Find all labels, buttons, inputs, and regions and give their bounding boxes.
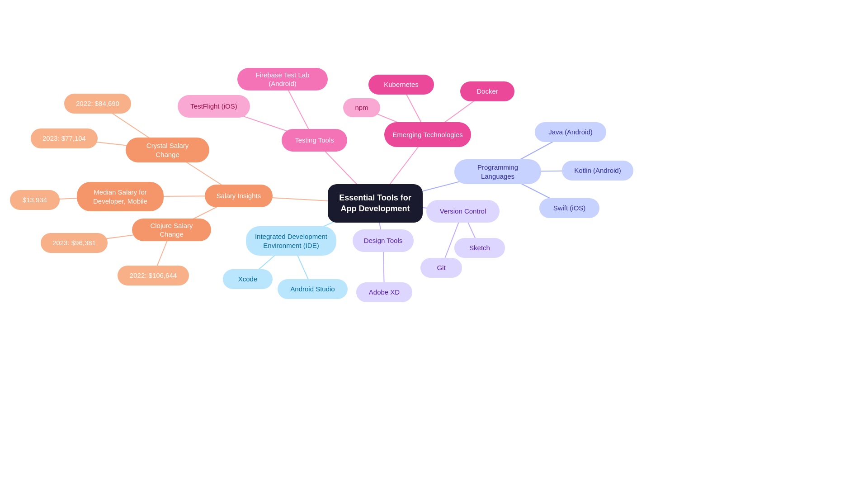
git-label: Git — [437, 263, 445, 272]
npm-node[interactable]: npm — [343, 98, 380, 117]
firebase-node[interactable]: Firebase Test Lab (Android) — [237, 68, 328, 90]
docker-node[interactable]: Docker — [460, 81, 514, 101]
salary-2022-b-node[interactable]: 2022: $106,644 — [118, 266, 189, 285]
programming-lang-label: Programming Languages — [462, 163, 533, 181]
adobe-xd-node[interactable]: Adobe XD — [356, 282, 412, 302]
design-tools-label: Design Tools — [364, 236, 403, 245]
clojure-salary-label: Clojure Salary Change — [140, 221, 203, 239]
median-salary-label: Median Salary for Developer, Mobile — [85, 188, 156, 205]
testflight-label: TestFlight (iOS) — [190, 102, 237, 111]
git-node[interactable]: Git — [420, 258, 462, 278]
salary-insights-label: Salary Insights — [217, 191, 261, 200]
sketch-label: Sketch — [469, 243, 490, 252]
docker-label: Docker — [476, 87, 498, 96]
testflight-node[interactable]: TestFlight (iOS) — [178, 95, 250, 118]
salary-2022-b-label: 2022: $106,644 — [130, 271, 177, 280]
testing-tools-label: Testing Tools — [295, 136, 334, 145]
emerging-tech-label: Emerging Technologies — [392, 130, 463, 139]
salary-2023-b-label: 2023: $96,381 — [52, 238, 96, 247]
design-tools-node[interactable]: Design Tools — [353, 229, 414, 252]
xcode-node[interactable]: Xcode — [223, 269, 273, 289]
clojure-salary-node[interactable]: Clojure Salary Change — [132, 219, 211, 241]
center-node[interactable]: Essential Tools for App Development — [328, 184, 423, 223]
firebase-label: Firebase Test Lab (Android) — [245, 71, 320, 88]
version-control-label: Version Control — [440, 207, 486, 216]
emerging-tech-node[interactable]: Emerging Technologies — [384, 122, 471, 147]
small-salary-label: $13,934 — [23, 195, 47, 205]
kubernetes-node[interactable]: Kubernetes — [368, 75, 434, 95]
salary-2022-a-label: 2022: $84,690 — [76, 99, 119, 108]
kubernetes-label: Kubernetes — [384, 80, 419, 89]
sketch-node[interactable]: Sketch — [454, 238, 505, 258]
android-studio-node[interactable]: Android Studio — [278, 279, 348, 299]
salary-insights-node[interactable]: Salary Insights — [205, 185, 273, 207]
java-node[interactable]: Java (Android) — [535, 122, 606, 142]
swift-node[interactable]: Swift (iOS) — [539, 198, 599, 218]
version-control-node[interactable]: Version Control — [426, 200, 500, 223]
android-studio-label: Android Studio — [290, 285, 335, 294]
ide-node[interactable]: Integrated Development Environment (IDE) — [246, 226, 336, 256]
salary-2023-b-node[interactable]: 2023: $96,381 — [41, 233, 108, 253]
testing-tools-node[interactable]: Testing Tools — [282, 129, 347, 152]
center-label: Essential Tools for App Development — [336, 193, 415, 214]
small-salary-node[interactable]: $13,934 — [10, 190, 60, 210]
npm-label: npm — [355, 103, 368, 112]
swift-label: Swift (iOS) — [553, 204, 586, 213]
salary-2022-a-node[interactable]: 2022: $84,690 — [64, 94, 131, 114]
crystal-salary-node[interactable]: Crystal Salary Change — [126, 138, 209, 162]
xcode-label: Xcode — [238, 275, 258, 284]
adobe-xd-label: Adobe XD — [369, 288, 400, 297]
kotlin-label: Kotlin (Android) — [574, 166, 621, 175]
ide-label: Integrated Development Environment (IDE) — [254, 232, 328, 250]
java-label: Java (Android) — [548, 128, 593, 137]
median-salary-node[interactable]: Median Salary for Developer, Mobile — [77, 182, 164, 211]
programming-lang-node[interactable]: Programming Languages — [454, 159, 541, 184]
salary-2023-a-node[interactable]: 2023: $77,104 — [31, 128, 98, 148]
kotlin-node[interactable]: Kotlin (Android) — [562, 161, 633, 181]
crystal-salary-label: Crystal Salary Change — [134, 141, 201, 159]
salary-2023-a-label: 2023: $77,104 — [42, 134, 86, 143]
